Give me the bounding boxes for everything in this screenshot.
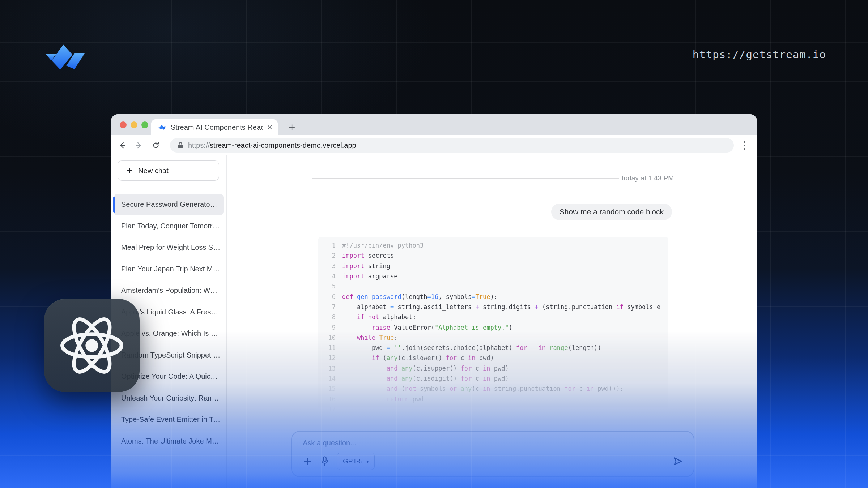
sidebar-item-label: Plan Your Japan Trip Next Mon...: [121, 265, 221, 273]
sidebar-item[interactable]: Secure Password Generator in ...: [114, 194, 224, 215]
brand-url: https://getstream.io: [693, 48, 826, 61]
new-tab-button[interactable]: +: [285, 121, 298, 134]
chat-main: Today at 1:43 PM Show me a random code b…: [227, 155, 757, 488]
address-bar[interactable]: https://stream-react-ai-components-demo.…: [170, 138, 734, 153]
sidebar-item[interactable]: Meal Prep for Weight Loss Suc...: [111, 237, 226, 258]
url-host: stream-react-ai-components-demo.vercel.a…: [210, 141, 356, 149]
url-text: https://stream-react-ai-components-demo.…: [188, 141, 356, 150]
stream-favicon-icon: [158, 124, 166, 130]
code-text: import string: [342, 262, 390, 270]
timestamp: Today at 1:43 PM: [620, 174, 674, 182]
line-number: 12: [318, 354, 342, 361]
react-logo-badge: [44, 299, 140, 392]
code-line: 17: [318, 404, 668, 414]
code-line: 8 if not alphabet:: [318, 312, 668, 322]
code-line: 16 return pwd: [318, 394, 668, 404]
chevron-down-icon: ▾: [366, 459, 369, 464]
sidebar-item-label: Type-Safe Event Emitter in Typ...: [121, 415, 221, 424]
app-content: + New chat Secure Password Generator in …: [111, 155, 757, 488]
line-number: 5: [318, 283, 342, 290]
model-selector[interactable]: GPT-5 ▾: [337, 453, 375, 470]
forward-icon[interactable]: [135, 141, 143, 149]
code-line: 10 while True:: [318, 333, 668, 343]
code-line: 4import argparse: [318, 271, 668, 281]
code-line: 11 pwd = ''.join(secrets.choice(alphabet…: [318, 343, 668, 353]
microphone-button[interactable]: [319, 456, 330, 467]
sidebar-item[interactable]: Plan Today, Conquer Tomorrow!: [111, 215, 226, 237]
sidebar-item-label: Meal Prep for Weight Loss Suc...: [121, 243, 221, 252]
minimize-window-button[interactable]: [131, 121, 137, 128]
line-number: 3: [318, 262, 342, 270]
code-line: 1#!/usr/bin/env python3: [318, 240, 668, 251]
line-number: 11: [318, 344, 342, 351]
line-number: 10: [318, 334, 342, 341]
code-lines: 1#!/usr/bin/env python32import secrets3i…: [318, 240, 668, 414]
code-text: def gen_password(length=16, symbols=True…: [342, 293, 498, 300]
code-line: 9 raise ValueError("Alphabet is empty."): [318, 322, 668, 332]
code-line: 2import secrets: [318, 251, 668, 261]
line-number: 2: [318, 252, 342, 259]
line-number: 14: [318, 375, 342, 382]
stream-logo: [43, 43, 88, 71]
code-line: 14 and any(c.isdigit() for c in pwd): [318, 373, 668, 384]
line-number: 16: [318, 395, 342, 403]
line-number: 6: [318, 293, 342, 300]
react-atom-icon: [58, 314, 125, 377]
line-number: 4: [318, 273, 342, 280]
sidebar-item[interactable]: Unleash Your Curiosity: Rando...: [111, 388, 226, 409]
date-separator: Today at 1:43 PM: [227, 174, 757, 183]
tab-title: Stream AI Components React: [171, 123, 263, 132]
composer-toolbar: GPT-5 ▾: [302, 453, 684, 470]
code-line: 15 and (not symbols or any(c in string.p…: [318, 384, 668, 394]
active-indicator: [113, 197, 115, 213]
send-button[interactable]: [672, 455, 684, 467]
plus-icon: +: [127, 165, 132, 175]
line-number: 1: [318, 242, 342, 249]
code-text: return pwd: [342, 395, 424, 403]
message-composer[interactable]: Ask a question...: [291, 431, 694, 477]
new-chat-label: New chat: [138, 167, 168, 175]
maximize-window-button[interactable]: [141, 121, 148, 128]
line-number: 15: [318, 385, 342, 392]
line-number: 7: [318, 303, 342, 311]
reload-icon[interactable]: [152, 141, 160, 149]
code-text: while True:: [342, 334, 398, 341]
code-line: 13 and any(c.isupper() for c in pwd): [318, 363, 668, 373]
tab-close-icon[interactable]: ✕: [267, 123, 273, 132]
user-message-bubble: Show me a random code block: [551, 204, 672, 220]
model-label: GPT-5: [343, 457, 363, 465]
code-text: and (not symbols or any(c in string.punc…: [342, 385, 624, 392]
line-number: 13: [318, 365, 342, 372]
code-line: 5: [318, 281, 668, 291]
code-line: 6def gen_password(length=16, symbols=Tru…: [318, 291, 668, 301]
close-window-button[interactable]: [120, 121, 127, 128]
browser-menu-icon[interactable]: [739, 140, 750, 151]
code-text: if not alphabet:: [342, 313, 416, 321]
marketing-canvas: https://getstream.io Stream AI Component…: [0, 0, 868, 488]
attach-button[interactable]: [302, 456, 313, 467]
code-text: and any(c.isdigit() for c in pwd): [342, 375, 509, 382]
sidebar-item[interactable]: Type-Safe Event Emitter in Typ...: [111, 409, 226, 431]
code-text: alphabet = string.ascii_letters + string…: [342, 303, 660, 311]
code-block: 1#!/usr/bin/env python32import secrets3i…: [318, 237, 668, 414]
sidebar-item[interactable]: Plan Your Japan Trip Next Mon...: [111, 258, 226, 280]
sidebar-divider: [111, 188, 226, 188]
new-chat-button[interactable]: + New chat: [118, 160, 219, 181]
code-text: #!/usr/bin/env python3: [342, 242, 424, 249]
sidebar-item[interactable]: Amsterdam's Population: What...: [111, 280, 226, 301]
sidebar-item[interactable]: Atoms: The Ultimate Joke Mak...: [111, 431, 226, 452]
code-text: import argparse: [342, 273, 398, 280]
sidebar-item-label: Secure Password Generator in ...: [121, 200, 218, 209]
browser-toolbar: https://stream-react-ai-components-demo.…: [111, 135, 757, 156]
back-icon[interactable]: [118, 141, 126, 149]
ask-question-input[interactable]: Ask a question...: [303, 439, 356, 447]
sidebar-item-label: Unleash Your Curiosity: Rando...: [121, 394, 221, 402]
code-text: pwd = ''.join(secrets.choice(alphabet) f…: [342, 344, 601, 351]
browser-tab[interactable]: Stream AI Components React ✕: [151, 119, 278, 135]
line-number: 9: [318, 324, 342, 331]
code-line: 3import string: [318, 261, 668, 271]
line-number: 8: [318, 313, 342, 321]
code-text: if (any(c.islower() for c in pwd): [342, 354, 494, 361]
code-text: import secrets: [342, 252, 394, 259]
code-line: 12 if (any(c.islower() for c in pwd): [318, 353, 668, 363]
